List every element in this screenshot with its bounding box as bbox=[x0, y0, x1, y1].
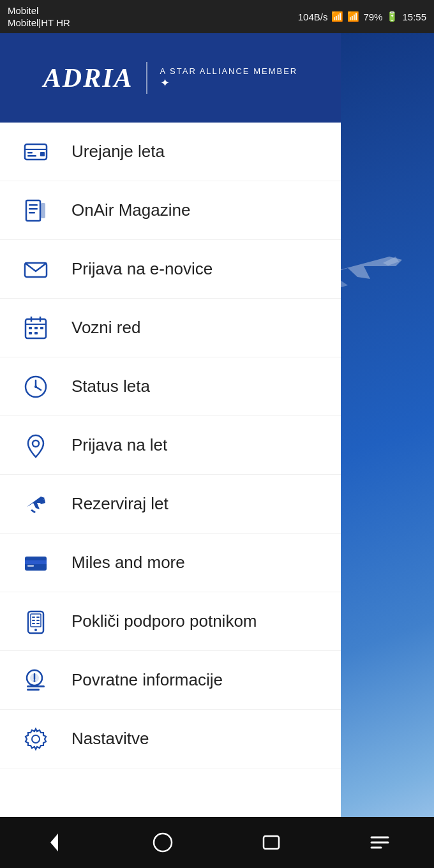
star-icon: ✦ bbox=[160, 76, 170, 90]
svg-rect-4 bbox=[40, 152, 45, 156]
svg-rect-3 bbox=[27, 155, 36, 157]
status-indicators: 104B/s 📶 📶 79% 🔋 15:55 bbox=[298, 11, 426, 22]
bottom-nav bbox=[0, 817, 434, 868]
menu-item-poklici-podporo[interactable]: Pokliči podporo potnikom bbox=[0, 592, 341, 651]
rezerviraj-let-label: Rezerviraj let bbox=[71, 494, 168, 514]
svg-rect-33 bbox=[32, 620, 35, 621]
povratne-informacije-label: Povratne informacije bbox=[71, 670, 223, 690]
schedule-icon bbox=[19, 315, 52, 341]
svg-marker-43 bbox=[50, 834, 58, 851]
urejanje-leta-label: Urejanje leta bbox=[71, 142, 165, 161]
svg-rect-15 bbox=[29, 327, 32, 329]
back-button[interactable] bbox=[29, 817, 80, 868]
logo-divider bbox=[146, 62, 147, 94]
recents-button[interactable] bbox=[246, 817, 297, 868]
poklici-podporo-label: Pokliči podporo potnikom bbox=[71, 611, 257, 631]
card-icon bbox=[19, 550, 52, 576]
star-alliance-label: A STAR ALLIANCE MEMBER ✦ bbox=[160, 66, 298, 90]
svg-rect-36 bbox=[36, 623, 40, 624]
phone-icon bbox=[19, 609, 52, 634]
svg-rect-6 bbox=[29, 204, 38, 206]
carrier-secondary: Mobitel|HT HR bbox=[8, 17, 70, 29]
svg-rect-31 bbox=[32, 617, 35, 618]
svg-rect-5 bbox=[26, 200, 40, 221]
svg-rect-18 bbox=[29, 332, 32, 334]
svg-rect-26 bbox=[25, 560, 47, 564]
signal-icon: 📶 bbox=[347, 11, 359, 22]
svg-rect-45 bbox=[264, 836, 279, 849]
feedback-icon bbox=[19, 668, 52, 693]
svg-rect-16 bbox=[34, 327, 38, 329]
carrier-info: Mobitel Mobitel|HT HR bbox=[8, 4, 70, 29]
miles-more-label: Miles and more bbox=[71, 553, 185, 572]
menu-item-nastavitve[interactable]: Nastavitve bbox=[0, 710, 341, 768]
onair-magazine-label: OnAir Magazine bbox=[71, 200, 190, 220]
svg-point-44 bbox=[154, 834, 172, 851]
svg-rect-40 bbox=[27, 685, 45, 687]
nastavitve-label: Nastavitve bbox=[71, 729, 149, 749]
menu-item-miles-more[interactable]: Miles and more bbox=[0, 534, 341, 592]
svg-rect-17 bbox=[40, 327, 43, 329]
svg-rect-35 bbox=[32, 623, 35, 624]
svg-point-23 bbox=[34, 385, 37, 388]
carrier-name: Mobitel bbox=[8, 4, 70, 17]
menu-item-rezerviraj-let[interactable]: Rezerviraj let bbox=[0, 475, 341, 534]
svg-rect-9 bbox=[41, 203, 45, 218]
svg-rect-8 bbox=[29, 212, 35, 214]
svg-rect-19 bbox=[34, 332, 38, 334]
svg-point-24 bbox=[33, 440, 39, 447]
menu-item-status-leta[interactable]: Status leta bbox=[0, 357, 341, 416]
menu-item-onair-magazine[interactable]: OnAir Magazine bbox=[0, 181, 341, 240]
svg-rect-7 bbox=[29, 208, 38, 210]
menu-button[interactable] bbox=[354, 817, 405, 868]
menu-item-povratne-informacije[interactable]: Povratne informacije bbox=[0, 651, 341, 710]
boarding-pass-icon bbox=[19, 139, 52, 165]
menu-panel: Urejanje leta OnAir Magazine Prijava na … bbox=[0, 123, 341, 817]
menu-item-prijava-enovice[interactable]: Prijava na e-novice bbox=[0, 240, 341, 299]
prijava-enovice-label: Prijava na e-novice bbox=[71, 259, 213, 279]
prijava-let-label: Prijava na let bbox=[71, 435, 167, 455]
svg-rect-34 bbox=[36, 620, 40, 621]
svg-rect-2 bbox=[27, 152, 33, 154]
app-header: ADRIA A STAR ALLIANCE MEMBER ✦ bbox=[0, 33, 341, 123]
email-icon bbox=[19, 257, 52, 282]
battery-icon: 🔋 bbox=[386, 11, 398, 22]
wifi-icon: 📶 bbox=[331, 11, 343, 22]
network-speed: 104B/s bbox=[298, 11, 328, 22]
menu-item-vozni-red[interactable]: Vozni red bbox=[0, 299, 341, 357]
location-icon bbox=[19, 433, 52, 458]
menu-item-prijava-let[interactable]: Prijava na let bbox=[0, 416, 341, 475]
time-display: 15:55 bbox=[402, 11, 426, 22]
adria-logo: ADRIA bbox=[43, 63, 133, 93]
magazine-icon bbox=[19, 198, 52, 223]
svg-rect-41 bbox=[27, 689, 40, 691]
menu-item-urejanje-leta[interactable]: Urejanje leta bbox=[0, 123, 341, 181]
settings-icon bbox=[19, 726, 52, 752]
svg-rect-32 bbox=[36, 617, 40, 618]
svg-point-42 bbox=[34, 680, 36, 682]
airplane-icon bbox=[19, 491, 52, 517]
clock-icon bbox=[19, 374, 52, 400]
vozni-red-label: Vozni red bbox=[71, 318, 140, 338]
svg-point-30 bbox=[34, 629, 37, 631]
logo-area: ADRIA A STAR ALLIANCE MEMBER ✦ bbox=[43, 62, 297, 94]
status-bar: Mobitel Mobitel|HT HR 104B/s 📶 📶 79% 🔋 1… bbox=[0, 0, 434, 33]
star-alliance-text: A STAR ALLIANCE MEMBER bbox=[160, 66, 298, 76]
svg-rect-27 bbox=[27, 565, 34, 567]
home-button[interactable] bbox=[137, 817, 188, 868]
status-leta-label: Status leta bbox=[71, 377, 150, 396]
battery-label: 79% bbox=[363, 11, 382, 22]
